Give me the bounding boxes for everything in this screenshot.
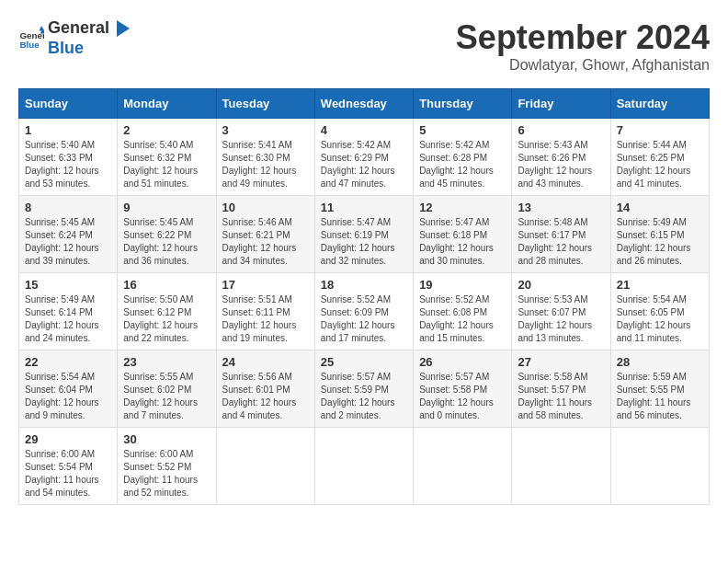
day-info: Sunrise: 5:47 AMSunset: 6:18 PMDaylight:… — [419, 216, 506, 268]
day-number: 24 — [222, 355, 309, 369]
calendar-cell: 19Sunrise: 5:52 AMSunset: 6:08 PMDayligh… — [414, 273, 512, 350]
calendar-cell — [414, 428, 512, 505]
location-subtitle: Dowlatyar, Ghowr, Afghanistan — [456, 57, 710, 74]
day-info: Sunrise: 5:47 AMSunset: 6:19 PMDaylight:… — [321, 216, 407, 268]
day-info: Sunrise: 6:00 AMSunset: 5:54 PMDaylight:… — [25, 448, 111, 500]
column-header-friday: Friday — [512, 89, 610, 119]
day-number: 18 — [321, 278, 407, 292]
calendar-week-row: 8Sunrise: 5:45 AMSunset: 6:24 PMDaylight… — [19, 196, 710, 273]
calendar-cell: 10Sunrise: 5:46 AMSunset: 6:21 PMDayligh… — [216, 196, 314, 273]
calendar-cell: 23Sunrise: 5:55 AMSunset: 6:02 PMDayligh… — [118, 350, 216, 428]
day-number: 26 — [419, 355, 506, 369]
day-number: 16 — [123, 278, 210, 292]
day-info: Sunrise: 5:52 AMSunset: 6:08 PMDaylight:… — [419, 293, 506, 345]
calendar-week-row: 22Sunrise: 5:54 AMSunset: 6:04 PMDayligh… — [19, 350, 710, 428]
calendar-cell: 9Sunrise: 5:45 AMSunset: 6:22 PMDaylight… — [118, 196, 216, 273]
calendar-cell: 6Sunrise: 5:43 AMSunset: 6:26 PMDaylight… — [512, 119, 610, 196]
calendar-cell: 17Sunrise: 5:51 AMSunset: 6:11 PMDayligh… — [216, 273, 314, 350]
day-number: 2 — [123, 123, 210, 137]
calendar-cell: 29Sunrise: 6:00 AMSunset: 5:54 PMDayligh… — [19, 428, 118, 505]
day-info: Sunrise: 5:51 AMSunset: 6:11 PMDaylight:… — [222, 293, 309, 345]
logo-blue: Blue — [48, 39, 84, 57]
logo-arrow-icon — [111, 18, 131, 39]
calendar-cell: 27Sunrise: 5:58 AMSunset: 5:57 PMDayligh… — [512, 350, 610, 428]
day-number: 9 — [123, 201, 210, 214]
day-number: 21 — [617, 278, 703, 292]
calendar-cell: 14Sunrise: 5:49 AMSunset: 6:15 PMDayligh… — [610, 196, 709, 273]
calendar-week-row: 29Sunrise: 6:00 AMSunset: 5:54 PMDayligh… — [19, 428, 710, 505]
calendar-cell: 24Sunrise: 5:56 AMSunset: 6:01 PMDayligh… — [216, 350, 314, 428]
day-info: Sunrise: 5:52 AMSunset: 6:09 PMDaylight:… — [321, 293, 407, 345]
column-header-saturday: Saturday — [610, 89, 709, 119]
day-info: Sunrise: 5:43 AMSunset: 6:26 PMDaylight:… — [518, 139, 604, 190]
day-info: Sunrise: 5:59 AMSunset: 5:55 PMDaylight:… — [617, 371, 703, 422]
day-info: Sunrise: 5:40 AMSunset: 6:32 PMDaylight:… — [123, 139, 210, 190]
calendar-cell: 2Sunrise: 5:40 AMSunset: 6:32 PMDaylight… — [118, 119, 216, 196]
calendar-cell: 11Sunrise: 5:47 AMSunset: 6:19 PMDayligh… — [314, 196, 413, 273]
calendar-cell: 13Sunrise: 5:48 AMSunset: 6:17 PMDayligh… — [512, 196, 610, 273]
calendar-cell: 26Sunrise: 5:57 AMSunset: 5:58 PMDayligh… — [414, 350, 512, 428]
day-number: 19 — [419, 278, 506, 292]
logo: General Blue General Blue — [18, 18, 133, 58]
day-info: Sunrise: 5:45 AMSunset: 6:22 PMDaylight:… — [123, 216, 210, 268]
day-number: 10 — [222, 201, 309, 214]
svg-text:Blue: Blue — [19, 39, 40, 49]
day-info: Sunrise: 5:50 AMSunset: 6:12 PMDaylight:… — [123, 293, 210, 345]
calendar-cell — [610, 428, 709, 505]
calendar-table: SundayMondayTuesdayWednesdayThursdayFrid… — [18, 88, 710, 505]
day-number: 25 — [321, 355, 407, 369]
day-number: 5 — [419, 123, 506, 137]
calendar-cell: 28Sunrise: 5:59 AMSunset: 5:55 PMDayligh… — [610, 350, 709, 428]
calendar-cell: 20Sunrise: 5:53 AMSunset: 6:07 PMDayligh… — [512, 273, 610, 350]
day-number: 11 — [321, 201, 407, 214]
day-info: Sunrise: 5:49 AMSunset: 6:14 PMDaylight:… — [25, 293, 111, 345]
column-header-thursday: Thursday — [414, 89, 512, 119]
day-info: Sunrise: 5:56 AMSunset: 6:01 PMDaylight:… — [222, 371, 309, 422]
day-info: Sunrise: 5:49 AMSunset: 6:15 PMDaylight:… — [617, 216, 703, 268]
day-info: Sunrise: 5:58 AMSunset: 5:57 PMDaylight:… — [518, 371, 604, 422]
day-number: 1 — [25, 123, 111, 137]
column-header-wednesday: Wednesday — [314, 89, 413, 119]
day-number: 23 — [123, 355, 210, 369]
calendar-cell: 21Sunrise: 5:54 AMSunset: 6:05 PMDayligh… — [610, 273, 709, 350]
calendar-cell: 5Sunrise: 5:42 AMSunset: 6:28 PMDaylight… — [414, 119, 512, 196]
column-header-sunday: Sunday — [19, 89, 118, 119]
calendar-cell — [512, 428, 610, 505]
day-info: Sunrise: 5:53 AMSunset: 6:07 PMDaylight:… — [518, 293, 604, 345]
day-info: Sunrise: 5:48 AMSunset: 6:17 PMDaylight:… — [518, 216, 604, 268]
day-number: 22 — [25, 355, 111, 369]
day-number: 29 — [25, 432, 111, 446]
column-header-monday: Monday — [118, 89, 216, 119]
day-number: 6 — [518, 123, 604, 137]
day-info: Sunrise: 5:42 AMSunset: 6:29 PMDaylight:… — [321, 139, 407, 190]
day-number: 20 — [518, 278, 604, 292]
logo-icon: General Blue — [18, 26, 44, 52]
day-number: 3 — [222, 123, 309, 137]
svg-marker-4 — [117, 20, 130, 37]
calendar-cell: 16Sunrise: 5:50 AMSunset: 6:12 PMDayligh… — [118, 273, 216, 350]
day-info: Sunrise: 5:44 AMSunset: 6:25 PMDaylight:… — [617, 139, 703, 190]
day-number: 15 — [25, 278, 111, 292]
day-info: Sunrise: 5:41 AMSunset: 6:30 PMDaylight:… — [222, 139, 309, 190]
day-info: Sunrise: 5:40 AMSunset: 6:33 PMDaylight:… — [25, 139, 111, 190]
day-info: Sunrise: 6:00 AMSunset: 5:52 PMDaylight:… — [123, 448, 210, 500]
day-number: 27 — [518, 355, 604, 369]
day-info: Sunrise: 5:57 AMSunset: 5:58 PMDaylight:… — [419, 371, 506, 422]
calendar-cell: 25Sunrise: 5:57 AMSunset: 5:59 PMDayligh… — [314, 350, 413, 428]
calendar-cell: 1Sunrise: 5:40 AMSunset: 6:33 PMDaylight… — [19, 119, 118, 196]
day-info: Sunrise: 5:42 AMSunset: 6:28 PMDaylight:… — [419, 139, 506, 190]
calendar-cell — [314, 428, 413, 505]
month-year-title: September 2024 — [456, 18, 710, 57]
day-info: Sunrise: 5:46 AMSunset: 6:21 PMDaylight:… — [222, 216, 309, 268]
day-info: Sunrise: 5:54 AMSunset: 6:04 PMDaylight:… — [25, 371, 111, 422]
day-info: Sunrise: 5:55 AMSunset: 6:02 PMDaylight:… — [123, 371, 210, 422]
day-number: 14 — [617, 201, 703, 214]
calendar-cell: 7Sunrise: 5:44 AMSunset: 6:25 PMDaylight… — [610, 119, 709, 196]
calendar-cell: 8Sunrise: 5:45 AMSunset: 6:24 PMDaylight… — [19, 196, 118, 273]
day-number: 12 — [419, 201, 506, 214]
day-number: 28 — [617, 355, 703, 369]
calendar-week-row: 15Sunrise: 5:49 AMSunset: 6:14 PMDayligh… — [19, 273, 710, 350]
logo-general: General — [48, 19, 109, 38]
day-number: 13 — [518, 201, 604, 214]
day-number: 7 — [617, 123, 703, 137]
